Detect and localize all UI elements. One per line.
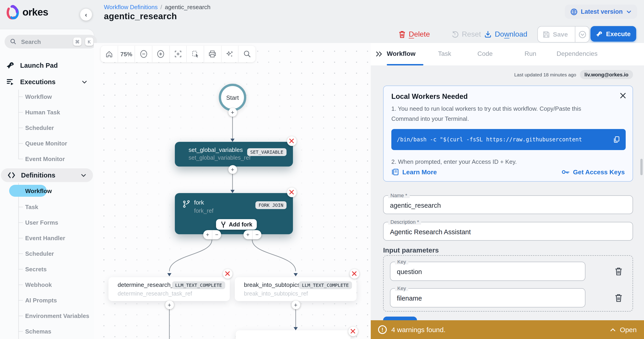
- save-options-dropdown-button[interactable]: [575, 26, 589, 42]
- remove-break-into-subtopics-button[interactable]: [350, 269, 359, 278]
- remove-determine-research-task-button[interactable]: [223, 269, 232, 278]
- fork-branch-1-add-button[interactable]: +: [203, 230, 212, 239]
- sidebar-collapse-button[interactable]: ‹: [80, 9, 92, 20]
- add-task-after-start-button[interactable]: +: [228, 108, 237, 116]
- sidebar-item-executions-workflow[interactable]: Workflow: [25, 93, 52, 100]
- sidebar-item-def-scheduler[interactable]: Scheduler: [25, 250, 54, 257]
- node-ref: break_into_subtopics_ref: [244, 291, 308, 297]
- node-partial-bottom[interactable]: [236, 330, 350, 339]
- warning-icon: !: [378, 325, 387, 334]
- delete-param-icon[interactable]: [615, 267, 622, 275]
- param-key-field[interactable]: Key: [390, 288, 586, 308]
- sidebar-item-definitions[interactable]: Definitions: [1, 168, 93, 182]
- param-key-input-filename[interactable]: [396, 289, 580, 308]
- version-globe-icon: [570, 8, 578, 15]
- sidebar-item-webhook[interactable]: Webhook: [25, 281, 52, 288]
- sidebar-item-task[interactable]: Task: [25, 204, 38, 210]
- ai-assist-button[interactable]: [221, 46, 238, 62]
- page-scrollbar-thumb[interactable]: [640, 159, 643, 175]
- name-field[interactable]: Name *: [383, 195, 633, 214]
- node-break-into-subtopics[interactable]: break_into_subtopics LLM_TEXT_COMPLETE b…: [235, 277, 356, 301]
- close-icon: [225, 271, 230, 276]
- sidebar-item-label: Workflow: [25, 188, 52, 194]
- param-key-input-question[interactable]: [396, 262, 580, 281]
- param-key-field[interactable]: Key: [390, 262, 586, 281]
- add-task-after-set-global-variables-button[interactable]: +: [228, 165, 237, 174]
- get-access-keys-label: Get Access Keys: [573, 168, 625, 176]
- copy-icon[interactable]: [613, 136, 620, 143]
- start-node[interactable]: Start: [219, 84, 246, 111]
- sidebar-item-ai-prompts[interactable]: AI Prompts: [25, 297, 57, 304]
- sidebar-item-queue-monitor[interactable]: Queue Monitor: [25, 140, 67, 147]
- fork-branch-2-remove-button[interactable]: −: [252, 230, 261, 239]
- breadcrumb-link[interactable]: Workflow Definitions: [104, 4, 158, 10]
- trash-icon: [399, 30, 406, 38]
- printer-icon: [208, 50, 217, 58]
- tab-task[interactable]: Task: [438, 50, 451, 57]
- collapse-panel-icon[interactable]: [375, 50, 383, 58]
- delete-param-icon[interactable]: [615, 294, 622, 302]
- print-button[interactable]: [204, 46, 221, 62]
- add-task-after-break-into-subtopics-button[interactable]: +: [291, 300, 300, 309]
- home-reset-view-button[interactable]: [101, 46, 118, 62]
- tab-dependencies[interactable]: Dependencies: [556, 50, 598, 57]
- worker-command-block: /bin/bash -c "$(curl -fsSL https://raw.g…: [391, 129, 626, 150]
- remove-bottom-node-button[interactable]: [348, 327, 358, 336]
- delete-button[interactable]: Delete: [399, 29, 430, 39]
- select-mode-button[interactable]: [186, 46, 204, 62]
- sidebar-item-event-monitor[interactable]: Event Monitor: [25, 156, 65, 162]
- workflow-canvas[interactable]: 75%: [94, 43, 371, 339]
- tab-code[interactable]: Code: [478, 50, 493, 57]
- tree-line: [18, 90, 19, 159]
- add-fork-button[interactable]: Add fork: [216, 219, 257, 230]
- node-determine-research-task[interactable]: determine_research_task LLM_TEXT_COMPLET…: [108, 277, 230, 301]
- sidebar-item-scheduler[interactable]: Scheduler: [25, 124, 54, 131]
- plus-circle-icon: [157, 50, 165, 58]
- sidebar-item-schemas[interactable]: Schemas: [25, 328, 51, 335]
- version-selector[interactable]: Latest version: [565, 4, 637, 19]
- tab-run[interactable]: Run: [524, 50, 536, 57]
- search-input[interactable]: [20, 38, 70, 45]
- tree-tick: [18, 254, 23, 254]
- sidebar-item-launch-pad[interactable]: Launch Pad: [0, 58, 94, 72]
- sidebar-item-event-handler[interactable]: Event Handler: [25, 235, 65, 242]
- sidebar-item-definitions-workflow-active[interactable]: Workflow: [9, 185, 47, 197]
- sidebar-item-user-forms[interactable]: User Forms: [25, 219, 58, 226]
- save-floppy-icon: [543, 31, 550, 38]
- name-input[interactable]: [389, 196, 627, 215]
- tree-tick: [18, 285, 23, 285]
- learn-more-link[interactable]: Learn More: [391, 168, 437, 176]
- sidebar-item-human-task[interactable]: Human Task: [25, 109, 60, 116]
- sidebar-item-secrets[interactable]: Secrets: [25, 266, 47, 273]
- description-field[interactable]: Description *: [383, 222, 633, 241]
- zoom-in-button[interactable]: [152, 46, 169, 62]
- node-set-global-variables[interactable]: set_global_variables set_global_variable…: [175, 142, 293, 167]
- description-input[interactable]: [389, 222, 627, 241]
- search-input-container[interactable]: ⌘ K: [4, 35, 97, 48]
- remove-set-global-variables-button[interactable]: [287, 136, 296, 146]
- remove-fork-button[interactable]: [287, 187, 296, 197]
- tab-workflow[interactable]: Workflow: [387, 50, 416, 57]
- search-canvas-button[interactable]: [238, 46, 256, 62]
- fit-to-screen-button[interactable]: [169, 46, 186, 62]
- chevron-down-circle-icon: [578, 30, 586, 38]
- save-split-button: Save: [537, 26, 590, 42]
- close-icon[interactable]: [620, 92, 626, 99]
- download-button[interactable]: Download: [484, 29, 527, 39]
- plus-icon: +: [168, 302, 171, 308]
- add-task-after-determine-research-task-button[interactable]: +: [165, 300, 174, 309]
- fork-branch-2-add-button[interactable]: +: [244, 230, 252, 239]
- reset-button[interactable]: Reset: [451, 29, 481, 39]
- zoom-out-button[interactable]: [135, 46, 152, 62]
- get-access-keys-link[interactable]: Get Access Keys: [562, 168, 625, 176]
- execute-button[interactable]: Execute: [590, 26, 636, 42]
- node-fork[interactable]: fork fork_ref FORK JOIN Add fork: [175, 193, 293, 234]
- warnings-bar: ! 4 warnings found. Open: [371, 320, 644, 339]
- tree-tick: [18, 269, 23, 270]
- sidebar-item-executions[interactable]: Executions: [0, 75, 94, 89]
- save-button[interactable]: Save: [538, 26, 575, 42]
- plus-icon: +: [231, 109, 234, 115]
- fork-branch-1-remove-button[interactable]: −: [212, 230, 221, 239]
- warnings-open-button[interactable]: Open: [610, 326, 637, 334]
- sidebar-item-environment-variables[interactable]: Environment Variables: [25, 313, 89, 319]
